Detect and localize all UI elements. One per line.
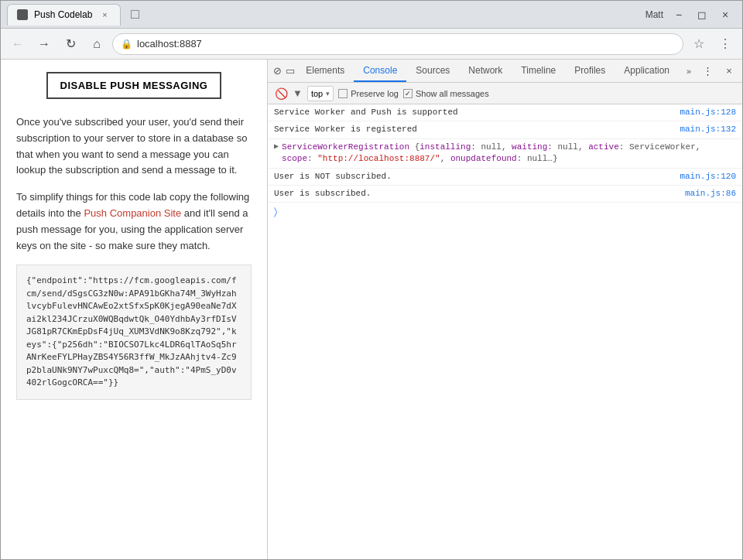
show-all-label[interactable]: Show all messages [403,89,489,98]
console-input[interactable] [280,207,435,219]
console-row: User is subscribed. main.js:86 [268,186,742,203]
console-file-4[interactable]: main.js:120 [680,171,736,183]
browser-toolbar: ← → ↻ ⌂ 🔒 localhost:8887 ☆ ⋮ [1,29,742,60]
tab-elements[interactable]: Elements [296,60,354,82]
console-row: Service Worker and Push is supported mai… [268,104,742,121]
paragraph-1: Once you've subscribed your user, you'd … [16,114,252,179]
devtools-toolbar: ⊘ ▭ Elements Console Sources Network Tim… [268,60,742,83]
tab-favicon [17,9,28,20]
tab-console[interactable]: Console [354,60,406,82]
console-message-3: ServiceWorkerRegistration {installing: n… [282,142,736,166]
console-toolbar: 🚫 ▼ top ▾ Preserve log Show all messages [268,83,742,104]
tab-close-btn[interactable]: × [98,9,111,21]
push-companion-link[interactable]: Push Companion Site [84,207,181,219]
console-row: User is NOT subscribed. main.js:120 [268,169,742,186]
tab-title: Push Codelab [34,9,92,20]
browser-tab[interactable]: Push Codelab × [7,4,121,26]
devtools-cursor-btn[interactable]: ⊘ [271,61,284,81]
devtools-close-btn[interactable]: × [719,61,739,81]
console-message-5: User is subscribed. [274,188,679,200]
preserve-log-checkbox[interactable] [338,89,348,98]
devtools-action-btns: ⋮ × [697,61,739,81]
disable-push-btn[interactable]: DISABLE PUSH MESSAGING [46,72,222,99]
show-all-checkbox[interactable] [403,89,413,98]
refresh-btn[interactable]: ↻ [60,33,81,55]
tab-timeline[interactable]: Timeline [512,60,565,82]
console-message-2: Service Worker is registered [274,124,673,135]
more-tabs-btn[interactable]: » [680,61,697,81]
tab-sources[interactable]: Sources [406,60,459,82]
filter-select[interactable]: top ▾ [307,86,334,101]
devtools-settings-btn[interactable]: ⋮ [697,61,717,81]
preserve-log-label[interactable]: Preserve log [338,89,399,98]
console-file-5[interactable]: main.js:86 [685,188,736,200]
devtools-layout-btn[interactable]: ▭ [284,61,297,81]
home-btn[interactable]: ⌂ [86,33,108,55]
tab-profiles[interactable]: Profiles [565,60,615,82]
browser-window: Push Codelab × □ Matt − ◻ × ← → ↻ ⌂ 🔒 lo… [0,0,743,560]
expand-arrow-icon[interactable]: ▶ [274,142,279,152]
preserve-log-text: Preserve log [351,89,399,98]
close-btn[interactable]: × [714,4,736,26]
back-btn[interactable]: ← [7,33,29,55]
minimize-btn[interactable]: − [668,4,690,26]
code-block: {"endpoint":"https://fcm.googleapis.com/… [16,265,252,400]
user-name: Matt [645,9,663,20]
console-row: Service Worker is registered main.js:132 [268,121,742,138]
prompt-arrow-icon: 〉 [274,206,277,220]
webpage-panel: DISABLE PUSH MESSAGING Once you've subsc… [1,60,268,559]
tab-network[interactable]: Network [459,60,512,82]
devtools-tabs: Elements Console Sources Network Timelin… [296,60,697,82]
lock-icon: 🔒 [121,39,132,50]
bookmark-btn[interactable]: ☆ [688,33,710,55]
paragraph-2: To simplify things for this code lab cop… [16,190,252,254]
title-bar: Push Codelab × □ Matt − ◻ × [1,1,742,29]
console-file-1[interactable]: main.js:128 [680,107,736,118]
restore-btn[interactable]: ◻ [691,4,713,26]
url-display: localhost:8887 [137,38,202,50]
console-file-2[interactable]: main.js:132 [680,124,736,135]
filter-arrow-icon: ▾ [326,90,330,97]
address-bar[interactable]: 🔒 localhost:8887 [112,33,683,55]
console-output: Service Worker and Push is supported mai… [268,104,742,559]
forward-btn[interactable]: → [33,33,55,55]
console-prompt: 〉 [268,203,742,223]
window-controls: Matt − ◻ × [645,4,736,26]
devtools-panel: ⊘ ▭ Elements Console Sources Network Tim… [268,60,742,559]
console-message-1: Service Worker and Push is supported [274,107,673,118]
filter-value: top [311,89,323,98]
new-tab-btn[interactable]: □ [124,4,146,26]
console-clear-btn[interactable]: 🚫 [274,87,288,101]
console-message-4: User is NOT subscribed. [274,171,673,183]
content-area: DISABLE PUSH MESSAGING Once you've subsc… [1,60,742,559]
console-row: ▶ ServiceWorkerRegistration {installing:… [268,139,742,169]
show-all-text: Show all messages [416,89,489,98]
tab-application[interactable]: Application [615,60,679,82]
menu-btn[interactable]: ⋮ [714,33,736,55]
filter-icon: ▼ [293,87,303,99]
